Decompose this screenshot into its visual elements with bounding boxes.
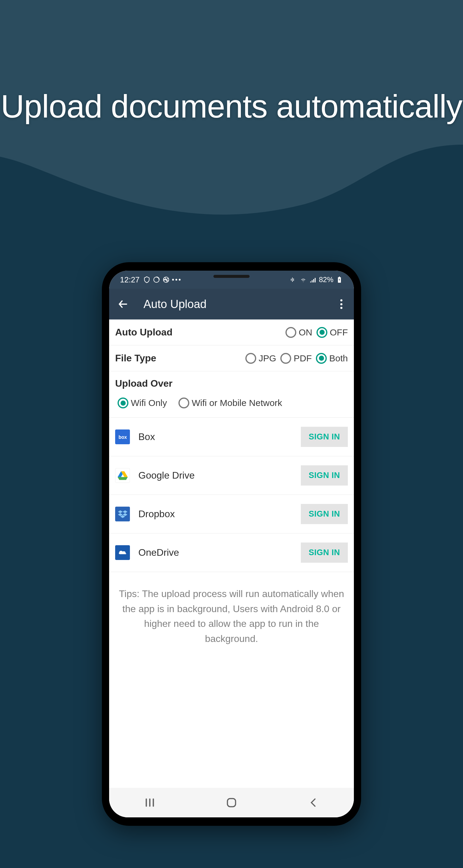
phone-speaker: [213, 275, 250, 278]
radio-pdf[interactable]: PDF: [280, 353, 312, 364]
radio-circle: [285, 327, 296, 338]
radio-jpg[interactable]: JPG: [245, 353, 276, 364]
content-area: Auto Upload ON OFF File Type: [109, 319, 354, 788]
radio-label: Wifi or Mobile Network: [192, 398, 282, 408]
status-bar: 12:27 82%: [109, 271, 354, 289]
app-title: Auto Upload: [144, 298, 207, 311]
setting-file-type: File Type JPG PDF Both: [109, 345, 354, 371]
file-type-radios: JPG PDF Both: [245, 353, 348, 364]
svg-rect-3: [339, 277, 340, 277]
radio-label: JPG: [259, 353, 276, 364]
status-right: 82%: [290, 276, 343, 284]
setting-auto-upload: Auto Upload ON OFF: [109, 319, 354, 345]
status-time: 12:27: [120, 275, 140, 284]
auto-upload-radios: ON OFF: [285, 327, 348, 338]
shield-icon: [143, 276, 150, 283]
box-icon: box: [115, 430, 130, 444]
radio-label: Both: [329, 353, 348, 364]
radio-off[interactable]: OFF: [316, 327, 348, 338]
upload-over-radios: Wifi Only Wifi or Mobile Network: [115, 398, 348, 408]
battery-icon: [336, 276, 343, 283]
aperture-icon: [162, 276, 170, 283]
status-left: 12:27: [120, 275, 181, 284]
onedrive-icon: [115, 545, 130, 560]
service-box: box Box SIGN IN: [109, 418, 354, 456]
svg-rect-8: [227, 799, 236, 807]
service-dropbox: Dropbox SIGN IN: [109, 495, 354, 533]
radio-label: OFF: [330, 327, 348, 338]
radio-wifi-only[interactable]: Wifi Only: [118, 398, 167, 408]
app-bar: Auto Upload: [109, 289, 354, 319]
more-dots-icon: [172, 279, 181, 281]
signin-button-onedrive[interactable]: SIGN IN: [301, 542, 348, 563]
service-name: Google Drive: [138, 470, 195, 481]
wifi-icon: [300, 276, 307, 283]
tips-text: Tips: The upload process will run automa…: [109, 572, 354, 661]
dropbox-icon: [115, 507, 130, 521]
svg-text:box: box: [119, 434, 127, 439]
file-type-label: File Type: [115, 352, 156, 364]
signin-button-box[interactable]: SIGN IN: [301, 427, 348, 447]
circle-arc-icon: [153, 276, 160, 283]
service-name: Box: [138, 431, 155, 442]
service-onedrive: OneDrive SIGN IN: [109, 533, 354, 572]
nav-home-icon[interactable]: [224, 796, 239, 809]
nav-back-icon[interactable]: [306, 796, 320, 809]
radio-circle: [179, 398, 189, 408]
marketing-headline: Upload documents automatically: [0, 75, 463, 137]
signin-button-dropbox[interactable]: SIGN IN: [301, 504, 348, 524]
phone-frame: 12:27 82% Auto Upload: [102, 262, 361, 826]
back-arrow-icon[interactable]: [118, 299, 128, 310]
radio-circle: [316, 327, 327, 338]
radio-circle: [316, 353, 327, 364]
radio-label: PDF: [294, 353, 312, 364]
nav-bar: [109, 788, 354, 817]
google-drive-icon: [115, 468, 130, 483]
radio-label: Wifi Only: [131, 398, 167, 408]
radio-circle: [118, 398, 128, 408]
service-name: Dropbox: [138, 508, 175, 520]
radio-circle: [245, 353, 256, 364]
auto-upload-label: Auto Upload: [115, 327, 173, 338]
service-name: OneDrive: [138, 547, 179, 558]
signal-icon: [309, 276, 316, 283]
upload-over-label: Upload Over: [115, 378, 348, 389]
battery-percent: 82%: [319, 276, 333, 284]
setting-upload-over: Upload Over Wifi Only Wifi or Mobile Net…: [109, 371, 354, 418]
radio-label: ON: [299, 327, 312, 338]
service-google-drive: Google Drive SIGN IN: [109, 456, 354, 495]
radio-on[interactable]: ON: [285, 327, 312, 338]
phone-screen: 12:27 82% Auto Upload: [109, 271, 354, 817]
signin-button-gdrive[interactable]: SIGN IN: [301, 465, 348, 486]
more-menu-icon[interactable]: [338, 298, 345, 310]
radio-wifi-or-mobile[interactable]: Wifi or Mobile Network: [179, 398, 282, 408]
vibrate-icon: [290, 276, 297, 283]
nav-recent-icon[interactable]: [143, 796, 157, 809]
radio-both[interactable]: Both: [316, 353, 348, 364]
radio-circle: [280, 353, 291, 364]
status-app-icons: [143, 276, 181, 283]
